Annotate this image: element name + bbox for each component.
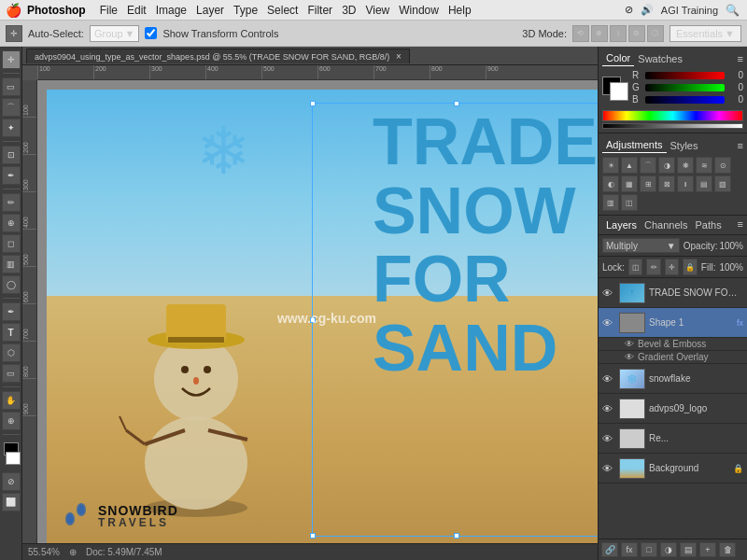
tool-brush[interactable]: ✏ (2, 193, 21, 212)
adj-levels[interactable]: ▲ (621, 157, 638, 174)
canvas[interactable]: ❄ TRADE SNOW FOR SAND (37, 80, 598, 543)
lock-position-btn[interactable]: ✛ (665, 259, 679, 275)
adjustments-menu[interactable]: ≡ (738, 140, 743, 151)
layer-eye-shape1[interactable]: 👁 (602, 317, 615, 329)
layer-eye-bg[interactable]: 👁 (602, 463, 615, 474)
screen-mode-btn[interactable]: ⬜ (2, 493, 21, 511)
layer-item-snowflake[interactable]: 👁 ❄ snowflake (599, 364, 747, 394)
menu-filter[interactable]: Filter (303, 2, 337, 19)
styles-tab[interactable]: Styles (667, 138, 702, 153)
3d-btn-3[interactable]: ↕ (610, 25, 627, 42)
effect-visibility-gradient[interactable]: 👁 (625, 352, 634, 362)
tool-gradient[interactable]: ▥ (2, 255, 21, 273)
tool-dodge[interactable]: ◯ (2, 275, 21, 294)
b-slider[interactable] (645, 96, 725, 104)
menu-image[interactable]: Image (151, 2, 191, 19)
fill-value[interactable]: 100% (719, 262, 743, 273)
tool-eraser[interactable]: ◻ (2, 234, 21, 253)
layer-item-re[interactable]: 👁 Re... (599, 424, 747, 454)
layer-item-bg[interactable]: 👁 Background 🔒 (599, 454, 747, 483)
r-slider[interactable] (645, 72, 725, 79)
file-tab[interactable]: advps0904_using_type_as_vector_shapes.ps… (26, 49, 410, 63)
adj-photofiler[interactable]: ▦ (621, 175, 638, 192)
adj-posterize[interactable]: ▤ (696, 175, 712, 192)
delete-layer-btn[interactable]: 🗑 (719, 542, 736, 557)
workspace-dropdown[interactable]: Essentials▼ (669, 25, 741, 42)
adj-mixer[interactable]: ⊞ (640, 175, 656, 192)
g-slider[interactable] (645, 84, 725, 91)
3d-btn-1[interactable]: ⟲ (572, 25, 589, 42)
layer-item-shape1[interactable]: 👁 Shape 1 fx (599, 308, 747, 338)
layer-eye-trade[interactable]: 👁 (602, 287, 615, 299)
adj-curves[interactable]: ⌒ (640, 157, 656, 174)
transform-controls-checkbox[interactable] (145, 27, 157, 39)
color-tab[interactable]: Color (602, 50, 634, 66)
paths-tab[interactable]: Paths (692, 218, 726, 231)
search-icon[interactable]: 🔍 (726, 4, 740, 17)
adj-gradient-map[interactable]: ▥ (602, 194, 619, 211)
layer-eye-logo[interactable]: 👁 (602, 403, 615, 414)
tool-zoom[interactable]: ⊕ (2, 412, 21, 430)
tab-close-btn[interactable]: × (396, 51, 402, 62)
background-swatch[interactable] (610, 82, 628, 101)
menu-layer[interactable]: Layer (191, 2, 229, 19)
adj-colorbalance[interactable]: ⊙ (714, 157, 731, 174)
adj-vibrance[interactable]: ❋ (677, 157, 694, 174)
tool-path[interactable]: ⬡ (2, 343, 21, 362)
layer-eye-snowflake[interactable]: 👁 (602, 373, 615, 385)
grayscale-bar[interactable] (602, 123, 743, 129)
tool-lasso[interactable]: ⌒ (2, 98, 21, 117)
color-panel-menu[interactable]: ≡ (738, 53, 743, 64)
new-group-btn[interactable]: ▤ (680, 542, 697, 557)
layers-panel-menu[interactable]: ≡ (738, 218, 743, 231)
layers-tab[interactable]: Layers (602, 218, 641, 231)
menu-help[interactable]: Help (444, 2, 476, 19)
layer-item-logo[interactable]: 👁 advps09_logo (599, 394, 747, 424)
tool-marquee[interactable]: ▭ (2, 77, 21, 96)
tool-magic-wand[interactable]: ✦ (2, 119, 21, 137)
lock-all-btn[interactable]: 🔒 (683, 259, 697, 275)
quick-mask-btn[interactable]: ⊘ (2, 472, 21, 491)
blend-mode-dropdown[interactable]: Multiply▼ (602, 238, 680, 253)
tool-shape[interactable]: ▭ (2, 364, 21, 383)
auto-select-dropdown[interactable]: Group ▼ (90, 25, 139, 42)
menu-select[interactable]: Select (262, 2, 303, 19)
adj-bw[interactable]: ◐ (602, 175, 619, 192)
opacity-value[interactable]: 100% (719, 241, 743, 251)
tool-pen[interactable]: ✒ (2, 302, 21, 321)
layer-eye-re[interactable]: 👁 (602, 433, 615, 444)
menu-type[interactable]: Type (229, 2, 262, 19)
tool-type[interactable]: T (2, 323, 21, 342)
adj-hsl[interactable]: ≋ (696, 157, 712, 174)
channels-tab[interactable]: Channels (641, 218, 691, 231)
adj-selective[interactable]: ◫ (621, 194, 638, 211)
new-adjustment-btn[interactable]: ◑ (660, 542, 677, 557)
adj-brightness[interactable]: ☀ (602, 157, 619, 174)
effect-visibility-bevel[interactable]: 👁 (625, 339, 634, 349)
lock-pixels-btn[interactable]: ✏ (646, 259, 660, 275)
swatches-tab[interactable]: Swatches (634, 51, 686, 66)
color-spectrum[interactable] (602, 110, 743, 121)
background-color[interactable] (6, 452, 21, 465)
menu-file[interactable]: File (95, 2, 122, 19)
menu-view[interactable]: View (360, 2, 394, 19)
3d-btn-2[interactable]: ⊕ (591, 25, 608, 42)
3d-btn-4[interactable]: ⊘ (628, 25, 645, 42)
adj-exposure[interactable]: ◑ (658, 157, 675, 174)
tool-eyedropper[interactable]: ✒ (2, 166, 21, 185)
new-layer-btn[interactable]: + (699, 542, 716, 557)
tool-clone[interactable]: ⊕ (2, 214, 21, 232)
layer-item-trade[interactable]: 👁 T TRADE SNOW FOR ... (599, 278, 747, 308)
adj-invert[interactable]: I (677, 175, 694, 192)
adj-colorlookup[interactable]: ⊠ (658, 175, 675, 192)
adjustments-tab[interactable]: Adjustments (602, 137, 667, 153)
menu-window[interactable]: Window (394, 2, 444, 19)
tool-move[interactable]: ✛ (2, 50, 21, 69)
menu-edit[interactable]: Edit (122, 2, 151, 19)
tool-crop[interactable]: ⊡ (2, 146, 21, 164)
menu-3d[interactable]: 3D (337, 2, 360, 19)
link-layers-btn[interactable]: 🔗 (601, 542, 618, 557)
adj-threshold[interactable]: ▧ (714, 175, 731, 192)
tool-hand[interactable]: ✋ (2, 391, 21, 410)
add-mask-btn[interactable]: □ (641, 542, 657, 557)
